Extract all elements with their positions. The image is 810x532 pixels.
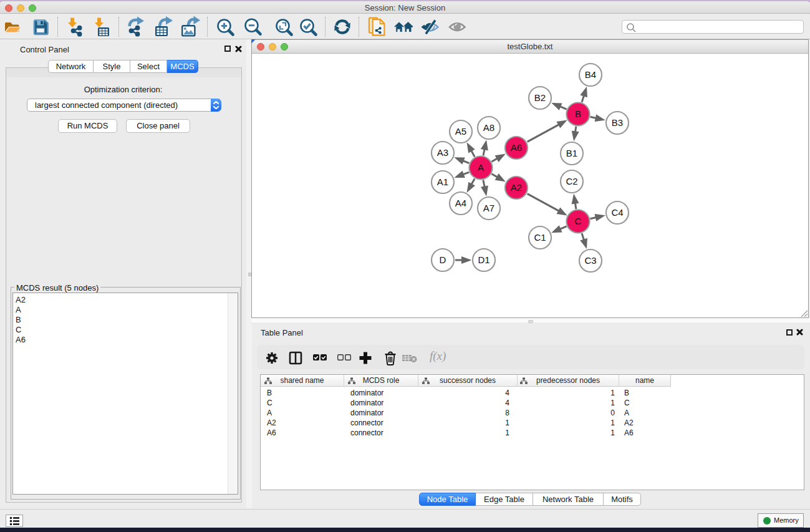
svg-text:B1: B1 (566, 148, 577, 158)
svg-text:A8: A8 (483, 122, 494, 133)
svg-text:A4: A4 (455, 198, 466, 208)
svg-text:A2: A2 (511, 182, 522, 193)
svg-text:A: A (478, 162, 484, 173)
svg-text:B2: B2 (534, 92, 546, 103)
svg-text:A5: A5 (455, 126, 466, 137)
svg-text:C3: C3 (584, 255, 596, 266)
svg-text:B: B (575, 109, 581, 119)
svg-text:D: D (440, 254, 446, 265)
svg-text:B4: B4 (585, 69, 596, 80)
svg-text:C: C (575, 216, 582, 226)
svg-text:A7: A7 (483, 203, 494, 213)
svg-text:A3: A3 (437, 147, 448, 158)
svg-text:C2: C2 (566, 176, 577, 186)
svg-text:A1: A1 (437, 177, 448, 187)
svg-text:C4: C4 (611, 207, 623, 218)
svg-text:A6: A6 (511, 142, 522, 153)
svg-text:C1: C1 (534, 232, 546, 243)
svg-text:D1: D1 (478, 254, 489, 265)
svg-text:B3: B3 (612, 117, 623, 128)
